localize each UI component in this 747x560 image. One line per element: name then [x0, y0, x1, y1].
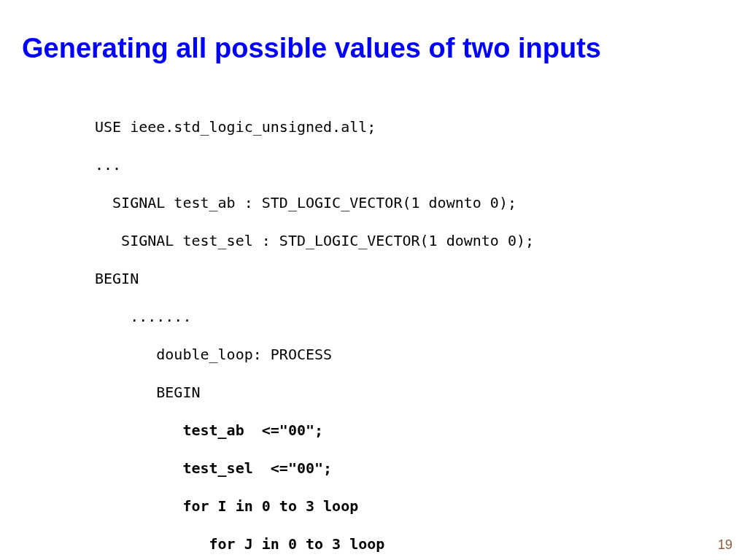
code-line: USE ieee.std_logic_unsigned.all; [95, 117, 534, 136]
code-line: double_loop: PROCESS [95, 345, 534, 364]
code-line: ....... [95, 307, 534, 326]
code-line: BEGIN [95, 383, 534, 402]
code-line: SIGNAL test_ab : STD_LOGIC_VECTOR(1 down… [95, 193, 534, 212]
code-line: test_sel <="00"; [95, 459, 534, 478]
page-number: 19 [718, 537, 732, 553]
code-line: for J in 0 to 3 loop [95, 534, 534, 553]
code-block: USE ieee.std_logic_unsigned.all; ... SIG… [95, 98, 534, 560]
code-line: ... [95, 155, 534, 174]
code-line: for I in 0 to 3 loop [95, 497, 534, 516]
code-line: BEGIN [95, 269, 534, 288]
code-line: SIGNAL test_sel : STD_LOGIC_VECTOR(1 dow… [95, 231, 534, 250]
slide: Generating all possible values of two in… [0, 0, 747, 560]
slide-title: Generating all possible values of two in… [22, 33, 725, 64]
code-line: test_ab <="00"; [95, 421, 534, 440]
